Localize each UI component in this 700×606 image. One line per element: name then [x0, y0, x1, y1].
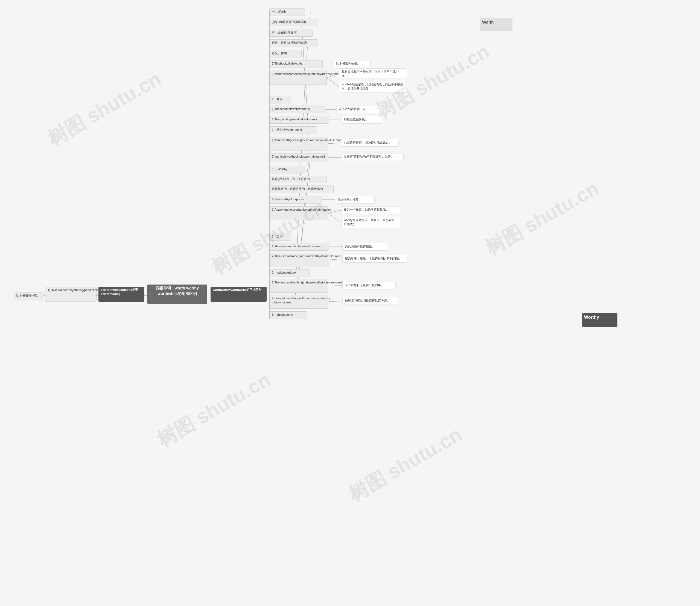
- center-node: 四级单词：worth worthyworthwhile的用法区别: [147, 284, 207, 304]
- ex1-4-result: 那幅画值很多钱。: [341, 116, 382, 124]
- ex1-1-result: 这本书毫无价值。: [334, 60, 370, 68]
- ex2-2-result1: 作为一个作家，她确实值得钦佩。: [341, 206, 400, 214]
- ex2-6-result: 独居或与室友同住值得认真考虑。: [342, 297, 399, 305]
- ex1-3: 1)Theschemeiswellworthatry.: [269, 106, 325, 113]
- worthy-header: 二、Worthy: [269, 166, 305, 173]
- ex1-2: 2)Iwanttosellsomeofmythings,buttheyaren'…: [269, 71, 327, 85]
- svg-line-53: [328, 301, 342, 302]
- worthy-ofbeing: 3、ofbeingdone: [269, 311, 307, 319]
- worth-detection-label: Worth: [480, 18, 512, 31]
- svg-line-45: [328, 143, 341, 144]
- left-example: 1)Thisbookisworthyofbeinggread./Thisbook…: [45, 287, 97, 302]
- ex1-5-result: 没必要猜答案，因为你可能会丢分。: [341, 139, 399, 147]
- svg-line-51: [329, 259, 342, 260]
- ex2-6: 2)Livingaloneorlivingwithroommatesiswort…: [269, 295, 328, 309]
- ex1-6-result: 做任何(值得做的)事都应该尽力做好。: [341, 153, 404, 161]
- ex2-2-result2: worthy可以做定语，做表语一般也要跟其他成分：: [341, 217, 400, 228]
- ex2-3: 1)Ididnotesteemhimtobeworthyoftrust.: [269, 243, 329, 251]
- worth-header: 一、Worth: [269, 8, 305, 16]
- be-worthy-node: beworthyofbeingdone等于beworthdoing: [98, 287, 144, 302]
- ex2-3-result: 我认为他不值得信任。: [342, 243, 388, 251]
- watermark-6: 树图 shutu.cn: [344, 421, 467, 508]
- svg-line-49: [328, 213, 341, 223]
- ex1-3-result: 这个计划很值得一试。: [336, 106, 383, 113]
- svg-line-42: [327, 78, 339, 87]
- left-label: 这本书值得一读。: [14, 292, 43, 300]
- ex2-5-result: 没有发生什么值得一提的事。: [342, 282, 396, 289]
- ex1-6: 2)Ifathingisworthdoingitisworthdoingwell…: [269, 153, 328, 161]
- ex1-2-result1: 我想卖掉我的一些东西，但它们值不了几个钱。: [339, 68, 407, 79]
- mindmap-container: 树图 shutu.cn 树图 shutu.cn 树图 shutu.cn 树图 s…: [0, 0, 700, 606]
- ex2-2: 2)Asawritersheiscertainlyworthyofadmirat…: [269, 206, 328, 220]
- watermark-1: 树图 shutu.cn: [43, 66, 166, 152]
- worthy-todo: 2、todo/tobedone: [269, 269, 310, 277]
- worth-def1: (做行动)是值得的(形容词): [269, 19, 318, 26]
- ex2-4-result: 在我看来，这是一个值得仔细分析的问题。: [342, 255, 407, 263]
- ex2-5: 1)Thereoccurednothingthatwasworthytobeme…: [269, 279, 328, 293]
- ex2-1: 1)Heisworthyofourpraise.: [269, 196, 322, 204]
- ex1-5: 1)It'snotworthguessingtheanswer,asyoumay…: [269, 137, 328, 150]
- worthy-noun: 1、名词: [269, 233, 291, 241]
- ex1-1: 1)Thisbookoflittleworth.: [269, 60, 323, 68]
- ex2-4: 2)This,itseemstome,isanissueworthyofcare…: [269, 253, 329, 267]
- watermark-5: 树图 shutu.cn: [152, 367, 275, 453]
- worth-def3: 价值、价值(多少钱)的东西: [269, 40, 318, 47]
- ex1-2-result2: worth不能做定语，只能做表语，而且不单独使用，必须跟其他成分：: [339, 81, 407, 92]
- worthy-def2: 值得尊敬的，值得注意的，值得钦佩的: [269, 186, 334, 193]
- ex2-1-result: 他值得我们称赞。: [335, 196, 375, 204]
- ex1-4: 2)Thatpaintingisworthalotofmoney.: [269, 116, 329, 124]
- worth-noun: 1、名词: [269, 96, 291, 103]
- worth-gerund: 2、动名词worth+doing: [269, 126, 317, 134]
- right-main-label: worthworthyworthwhile的用法区别: [211, 287, 267, 302]
- svg-line-9: [43, 294, 45, 296]
- worth-def2: 有...价值的(形容词): [269, 29, 313, 37]
- watermark-4: 树图 shutu.cn: [480, 175, 603, 261]
- worthy-detection-label: Worthy: [582, 313, 618, 327]
- worth-def4: 意义、作用: [269, 50, 301, 57]
- worthy-def1: 值得(应该)的，的，有价值的: [269, 176, 327, 183]
